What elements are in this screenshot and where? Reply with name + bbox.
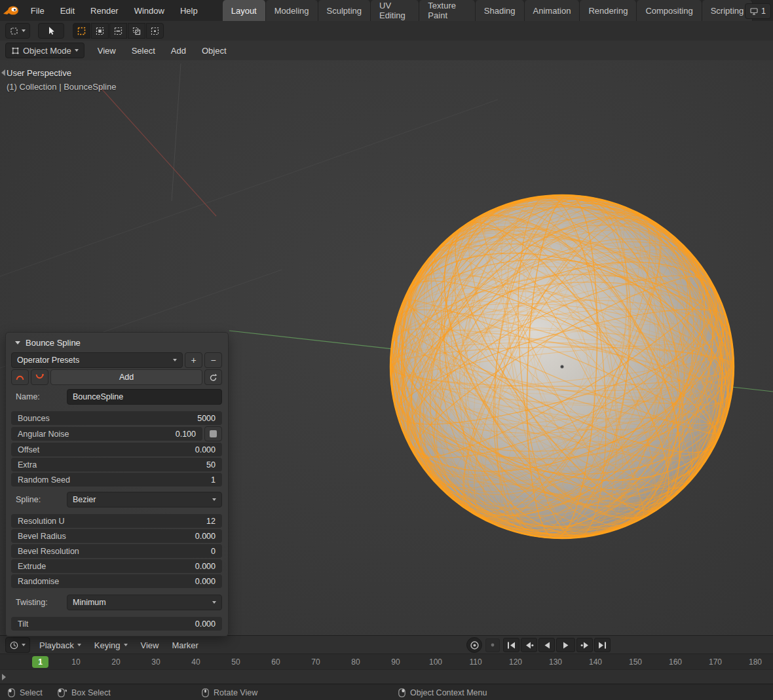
active-tool-dropdown[interactable] (5, 23, 30, 39)
viewport-menu-select[interactable]: Select (124, 46, 163, 56)
select-tool-button[interactable] (38, 23, 64, 39)
timeline-menu-keying[interactable]: Keying (88, 640, 134, 650)
mouse-drag-icon (58, 688, 67, 697)
selection-mode-invert-button[interactable] (128, 23, 145, 39)
operator-presets-dropdown[interactable]: Operator Presets (11, 352, 183, 368)
tab-texture-paint[interactable]: Texture Paint (419, 0, 476, 21)
tab-sculpting[interactable]: Sculpting (318, 0, 371, 21)
prev-keyframe-button[interactable] (521, 638, 537, 652)
selection-mode-intersect-button[interactable] (146, 23, 164, 39)
twisting-value: Minimum (73, 598, 212, 607)
bevel-resolution-slider[interactable]: Bevel Resolution 0 (11, 544, 222, 558)
record-icon (470, 640, 480, 650)
timeline-menu-view[interactable]: View (134, 640, 166, 650)
extra-slider[interactable]: Extra 50 (11, 458, 222, 471)
tab-uv-editing[interactable]: UV Editing (371, 0, 419, 21)
extrude-slider[interactable]: Extrude 0.000 (11, 559, 222, 573)
bounce-spline-object[interactable] (320, 124, 773, 609)
selection-mode-group (73, 23, 164, 39)
timeline-ruler[interactable]: 10 20 30 40 50 60 70 80 90 100 110 120 1… (0, 654, 773, 670)
menu-file[interactable]: File (23, 0, 52, 21)
tab-shading[interactable]: Shading (476, 0, 525, 21)
play-button[interactable] (556, 638, 575, 652)
screen-icon (750, 8, 758, 15)
status-label: Rotate View (214, 688, 257, 697)
current-frame-indicator[interactable]: 1 (32, 656, 48, 668)
editor-type-dropdown[interactable] (5, 637, 30, 653)
random-seed-slider[interactable]: Random Seed 1 (11, 473, 222, 487)
viewport-menu-object[interactable]: Object (194, 46, 235, 56)
menu-edit[interactable]: Edit (52, 0, 83, 21)
key-dot-icon (490, 642, 495, 648)
operator-panel-header[interactable]: Bounce Spline (11, 333, 222, 352)
add-button[interactable]: Add (50, 369, 202, 385)
tab-modeling[interactable]: Modeling (266, 0, 318, 21)
presets-row: Operator Presets + − (11, 352, 222, 368)
auto-keying-button[interactable] (466, 637, 482, 653)
timeline-menu-marker[interactable]: Marker (165, 640, 204, 650)
jump-to-start-button[interactable] (503, 638, 519, 652)
timeline-header: Playback Keying View Marker (0, 635, 773, 654)
frame-tick: 10 (71, 657, 80, 667)
jump-to-end-button[interactable] (594, 638, 611, 652)
field-value: 0.000 (195, 532, 222, 541)
toolbar-toggle-arrow[interactable] (1, 69, 5, 76)
randomise-slider[interactable]: Randomise 0.000 (11, 574, 222, 588)
workspace-tabs: Layout Modeling Sculpting UV Editing Tex… (223, 0, 773, 21)
frame-tick: 160 (669, 657, 682, 667)
bounces-slider[interactable]: Bounces 5000 (11, 411, 222, 425)
tab-layout[interactable]: Layout (223, 0, 266, 21)
preset-add-button[interactable]: + (185, 352, 202, 368)
offset-slider[interactable]: Offset 0.000 (11, 443, 222, 456)
mouse-right-icon (398, 688, 405, 697)
object-mode-dropdown[interactable]: Object Mode (5, 43, 85, 58)
blender-window: File Edit Render Window Help Layout Mode… (0, 0, 773, 700)
timeline-expand-arrow[interactable] (2, 674, 6, 680)
tab-compositing[interactable]: Compositing (637, 0, 702, 21)
frame-tick: 40 (191, 657, 200, 667)
tilt-slider[interactable]: Tilt 0.000 (11, 617, 222, 631)
timeline-menu-playback[interactable]: Playback (33, 640, 88, 650)
menu-render[interactable]: Render (83, 0, 126, 21)
curve-type-button-1[interactable] (11, 369, 29, 385)
clock-icon (10, 641, 18, 650)
viewport-menu-add[interactable]: Add (163, 46, 194, 56)
tab-animation[interactable]: Animation (525, 0, 580, 21)
blender-logo-icon[interactable] (0, 0, 23, 21)
viewport-menu-view[interactable]: View (90, 46, 124, 56)
frame-tick: 140 (589, 657, 602, 667)
menu-help[interactable]: Help (172, 0, 206, 21)
twisting-dropdown[interactable]: Minimum (67, 595, 222, 610)
menu-window[interactable]: Window (126, 0, 172, 21)
bevel-radius-slider[interactable]: Bevel Radius 0.000 (11, 529, 222, 543)
angular-noise-extra-button[interactable] (204, 426, 222, 441)
chevron-down-icon (124, 644, 128, 646)
tab-rendering[interactable]: Rendering (580, 0, 637, 21)
menu-label: Keying (94, 640, 121, 650)
selection-mode-subtract-button[interactable] (109, 23, 127, 39)
operator-panel: Bounce Spline Operator Presets + − Add (5, 332, 229, 636)
play-reverse-icon (544, 642, 550, 649)
spline-type-dropdown[interactable]: Bezier (67, 492, 222, 507)
frame-tick: 90 (391, 657, 400, 667)
play-reverse-button[interactable] (538, 638, 555, 652)
active-tool-icon (10, 27, 18, 35)
selection-mode-invert-icon (132, 27, 141, 35)
view-layer-badge[interactable]: 1 (745, 3, 771, 19)
timeline-track[interactable] (0, 669, 773, 684)
selection-mode-extend-button[interactable] (91, 23, 109, 39)
curve-type-button-2[interactable] (31, 369, 48, 385)
status-context-menu-hint: Object Context Menu (398, 684, 487, 700)
redo-button[interactable] (204, 369, 222, 385)
preset-remove-button[interactable]: − (204, 352, 222, 368)
angular-noise-slider[interactable]: Angular Noise 0.100 (11, 427, 202, 441)
resolution-u-slider[interactable]: Resolution U 12 (11, 514, 222, 528)
chevron-down-icon (22, 644, 26, 646)
keying-set-button[interactable] (485, 638, 500, 652)
selection-mode-new-button[interactable] (73, 23, 90, 39)
angular-noise-row: Angular Noise 0.100 (11, 426, 222, 441)
name-input[interactable]: BounceSpline (67, 389, 222, 405)
next-keyframe-button[interactable] (576, 638, 593, 652)
next-keyframe-icon (580, 642, 590, 649)
playback-controls (503, 638, 611, 652)
